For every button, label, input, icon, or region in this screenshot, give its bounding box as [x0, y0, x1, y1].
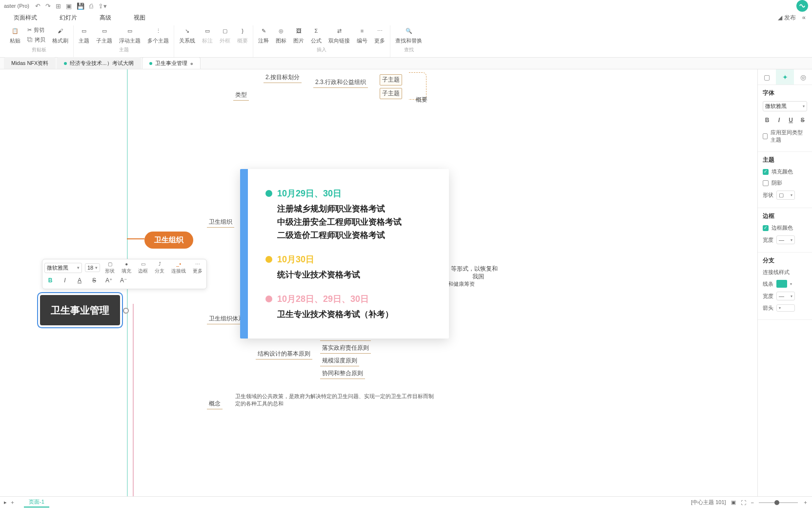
menu-view[interactable]: 视图: [134, 14, 145, 22]
panel-underline[interactable]: U: [787, 115, 795, 125]
line-color-swatch[interactable]: [776, 280, 787, 288]
note-button[interactable]: ✎注释: [258, 25, 269, 44]
node-principle[interactable]: 结构设计的基本原则: [256, 349, 312, 360]
node-p3[interactable]: 规模湿度原则: [320, 356, 359, 366]
border-width-select[interactable]: — ▾: [776, 235, 795, 244]
node-sub1[interactable]: 子主题: [380, 74, 402, 85]
title-bar: aster (Pro) ↶ ↷ ⊞ ▣ 💾 ⎙ ⇪▾: [0, 0, 812, 12]
node-admin[interactable]: 2.3.行政和公益组织: [313, 77, 368, 88]
panel-font-select[interactable]: 微软雅黑▾: [763, 101, 807, 111]
panel-tab-style[interactable]: ✦: [776, 69, 794, 85]
panel-strike[interactable]: S: [798, 115, 807, 125]
size-down-button[interactable]: A⁻: [118, 275, 129, 286]
format-painter-button[interactable]: 🖌格式刷: [52, 25, 68, 44]
tab-health[interactable]: 卫生事业管理●: [142, 57, 201, 69]
relation-button[interactable]: ↘关系线: [179, 25, 195, 44]
format-panel: ▢ ✦ ◎ 字体 微软雅黑▾ B I U S 应用至同类型主题 主题 填充颜色 …: [757, 69, 812, 496]
shadow-check[interactable]: [763, 180, 769, 186]
float-topic-button[interactable]: ▭浮动主题: [119, 25, 141, 44]
new-icon[interactable]: ⊞: [56, 2, 61, 10]
save-icon[interactable]: 💾: [77, 2, 84, 10]
node-health-org[interactable]: 卫生组织: [144, 232, 193, 249]
share-icon[interactable]: ∝: [802, 14, 806, 21]
tab-exam[interactable]: 经济专业技术...）考试大纲: [57, 57, 141, 69]
subtopic-button[interactable]: ▭子主题: [96, 25, 112, 44]
floating-toolbar: 微软雅黑▾ 18▾ ▢形状 ●填充 ▭边框 ⤴分支 ⎯•连接线 ⋯更多 B I …: [42, 259, 207, 289]
multi-topic-button[interactable]: ⋮多个主题: [147, 25, 169, 44]
arrow-select[interactable]: ▾: [776, 304, 795, 312]
view-mode-icon[interactable]: ▣: [731, 499, 736, 506]
find-replace-button[interactable]: 🔍查找和替换: [395, 25, 422, 44]
summary-button[interactable]: }概要: [237, 25, 248, 44]
open-icon[interactable]: ▣: [66, 2, 72, 10]
panel-bold[interactable]: B: [763, 115, 771, 125]
menu-page-style[interactable]: 页面样式: [14, 14, 37, 22]
bold-button[interactable]: B: [44, 275, 56, 286]
connector-button[interactable]: ⎯•连接线: [169, 260, 188, 275]
shape-select[interactable]: ▢ ▾: [776, 190, 795, 200]
node-policy-concept[interactable]: 概念: [207, 399, 223, 409]
more-button2[interactable]: ⋯更多: [191, 260, 204, 275]
tab-midas[interactable]: Midas NFX资料: [4, 57, 56, 69]
app-title: aster (Pro): [4, 3, 29, 9]
node-by-target[interactable]: 2.按目标划分: [264, 72, 302, 83]
formula-button[interactable]: Σ公式: [311, 25, 322, 44]
font-color-button[interactable]: A: [74, 275, 85, 286]
italic-button[interactable]: I: [59, 275, 71, 286]
publish-button[interactable]: ◢ 发布: [778, 14, 796, 22]
number-button[interactable]: ≡编号: [357, 25, 367, 44]
node-type[interactable]: 类型: [233, 90, 249, 101]
node-summary[interactable]: 概要: [414, 95, 429, 105]
copy-button[interactable]: ⿻ 拷贝: [27, 35, 45, 44]
strike-button[interactable]: S: [88, 275, 100, 286]
branch-button[interactable]: ⤴分支: [153, 260, 166, 275]
image-button[interactable]: 🖼图片: [293, 25, 304, 44]
add-page-icon[interactable]: ＋: [10, 499, 15, 506]
link-button[interactable]: ⇄双向链接: [328, 25, 350, 44]
zoom-slider[interactable]: [759, 502, 798, 503]
size-up-button[interactable]: A⁺: [103, 275, 115, 286]
panel-tab-map[interactable]: ◎: [794, 69, 812, 85]
menu-bar: 页面样式 幻灯片 高级 视图 ◢ 发布 ∝: [0, 12, 812, 23]
apply-same-check[interactable]: [763, 133, 768, 139]
cut-button[interactable]: ✂ 剪切: [27, 25, 45, 34]
shape-button[interactable]: ▢形状: [103, 260, 117, 275]
menu-slide[interactable]: 幻灯片: [60, 14, 77, 22]
menu-advanced[interactable]: 高级: [100, 14, 111, 22]
root-node[interactable]: 卫生事业管理: [40, 295, 120, 325]
border-button[interactable]: ▢外框: [220, 25, 230, 44]
page-tab[interactable]: 页面-1: [24, 497, 49, 508]
label-button[interactable]: ▭标注: [202, 25, 213, 44]
print-icon[interactable]: ⎙: [89, 2, 93, 10]
marker-button[interactable]: ◎图标: [276, 25, 286, 44]
redo-icon[interactable]: ↷: [45, 2, 51, 10]
fill-button[interactable]: ●填充: [120, 260, 133, 275]
panel-tab-outline[interactable]: ▢: [758, 69, 776, 85]
node-org2[interactable]: 卫生组织: [207, 217, 234, 228]
panel-italic[interactable]: I: [774, 115, 783, 125]
more-button[interactable]: ⋯更多: [374, 25, 385, 44]
zoom-in-icon[interactable]: ＋: [803, 499, 808, 506]
font-size-select[interactable]: 18▾: [85, 263, 100, 272]
fullscreen-icon[interactable]: ⛶: [741, 500, 746, 506]
border-button2[interactable]: ▭边框: [136, 260, 150, 275]
mindmap-canvas[interactable]: 卫生事业管理 微软雅黑▾ 18▾ ▢形状 ●填充 ▭边框 ⤴分支 ⎯•连接线 ⋯…: [0, 69, 757, 496]
ribbon: 📋粘贴 ✂ 剪切 ⿻ 拷贝 🖌格式刷 剪贴板 ▭主题 ▭子主题 ▭浮动主题 ⋮多…: [0, 23, 812, 58]
logo-icon[interactable]: [796, 0, 808, 12]
node-sub2[interactable]: 子主题: [380, 88, 402, 99]
font-family-select[interactable]: 微软雅黑▾: [44, 263, 82, 273]
export-icon[interactable]: ⇪▾: [98, 2, 107, 10]
branch-width-select[interactable]: — ▾: [776, 292, 795, 300]
menu-icon[interactable]: ▸: [4, 499, 7, 506]
node-policy-txt: 卫生领域的公共政策，是政府为解决特定的卫生问题、实现一定的卫生工作目标而制定的各…: [233, 392, 438, 408]
exam-popup-card[interactable]: 10月29日、30日 注册城乡规划师职业资格考试 中级注册安全工程师职业资格考试…: [240, 169, 449, 339]
zoom-out-icon[interactable]: −: [751, 500, 754, 506]
node-p4[interactable]: 协同和整合原则: [320, 368, 365, 379]
topic-button[interactable]: ▭主题: [79, 25, 89, 44]
node-p2[interactable]: 落实政府责任原则: [320, 343, 371, 354]
undo-icon[interactable]: ↶: [35, 2, 41, 10]
root-handle[interactable]: [123, 308, 129, 314]
border-color-check[interactable]: [763, 225, 769, 231]
fill-check[interactable]: [763, 169, 769, 175]
paste-button[interactable]: 📋粘贴: [10, 25, 20, 44]
